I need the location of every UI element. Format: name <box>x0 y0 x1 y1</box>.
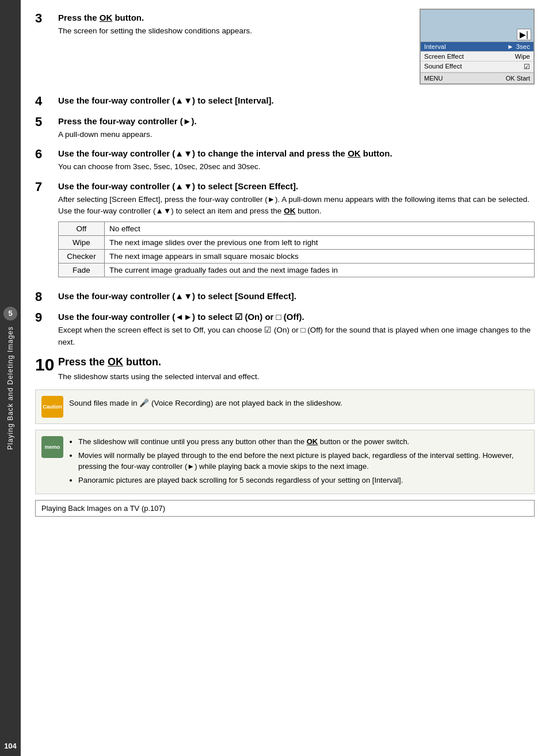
step-6-desc: You can choose from 3sec, 5sec, 10sec, 2… <box>58 161 535 173</box>
step-3-body: Press the OK button. The screen for sett… <box>58 12 535 87</box>
sidebar: 5 Playing Back and Deleting Images 104 <box>0 0 21 756</box>
step-4-body: Use the four-way controller (▲▼) to sele… <box>58 94 535 106</box>
interval-arrow: ► <box>507 43 513 50</box>
effect-name: Fade <box>59 264 105 277</box>
ok-text: OK <box>100 13 113 22</box>
ok-text-memo: OK <box>307 437 318 446</box>
camera-menu-sound-row: Sound Effect ☑ <box>421 62 533 72</box>
step-7: 7 Use the four-way controller (▲▼) to se… <box>35 180 535 284</box>
effect-desc: The current image gradually fades out an… <box>105 264 535 277</box>
step-10-number: 10 <box>35 355 58 374</box>
step-9-number: 9 <box>35 311 58 324</box>
ok-start-label: OK Start <box>506 75 530 82</box>
step-5-desc: A pull-down menu appears. <box>58 129 535 140</box>
step-8-body: Use the four-way controller (▲▼) to sele… <box>58 290 535 302</box>
menu-label: MENU <box>424 75 443 82</box>
step-6-body: Use the four-way controller (▲▼) to chan… <box>58 147 535 173</box>
step-8: 8 Use the four-way controller (▲▼) to se… <box>35 290 535 304</box>
table-row: FadeThe current image gradually fades ou… <box>59 264 535 277</box>
table-row: WipeThe next image slides over the previ… <box>59 236 535 250</box>
effect-desc: The next image slides over the previous … <box>105 236 535 250</box>
effect-name: Off <box>59 222 105 236</box>
interval-label: Interval <box>424 43 446 50</box>
step-6: 6 Use the four-way controller (▲▼) to ch… <box>35 147 535 173</box>
step-6-title: Use the four-way controller (▲▼) to chan… <box>58 147 535 159</box>
chapter-number: 5 <box>3 307 17 320</box>
screen-effect-label: Screen Effect <box>424 53 464 60</box>
step-4: 4 Use the four-way controller (▲▼) to se… <box>35 94 535 108</box>
effect-name: Wipe <box>59 236 105 250</box>
caution-box: Caution Sound files made in 🎤 (Voice Rec… <box>35 390 535 424</box>
camera-screen-top: ▶| <box>421 10 533 41</box>
table-row: OffNo effect <box>59 222 535 236</box>
ok-text-10: OK <box>108 356 123 368</box>
bottom-link-text: Playing Back Images on a TV (p.107) <box>41 504 165 513</box>
memo-list: The slideshow will continue until you pr… <box>69 436 528 486</box>
step-8-number: 8 <box>35 290 58 304</box>
chapter-label: Playing Back and Deleting Images <box>6 326 14 450</box>
step-9-desc: Except when the screen effect is set to … <box>58 324 535 348</box>
effect-desc: The next image appears in small square m… <box>105 250 535 264</box>
step-7-body: Use the four-way controller (▲▼) to sele… <box>58 180 535 284</box>
camera-bottom: MENU OK Start <box>421 72 533 83</box>
step-8-title: Use the four-way controller (▲▼) to sele… <box>58 290 535 302</box>
list-item: Panoramic pictures are played back scrol… <box>78 475 528 486</box>
step-10: 10 Press the OK button. The slideshow st… <box>35 355 535 383</box>
memo-box: memo The slideshow will continue until y… <box>35 430 535 494</box>
caution-text: Sound files made in 🎤 (Voice Recording) … <box>69 398 342 409</box>
table-row: CheckerThe next image appears in small s… <box>59 250 535 264</box>
step-9: 9 Use the four-way controller (◄►) to se… <box>35 311 535 348</box>
step-9-title: Use the four-way controller (◄►) to sele… <box>58 311 535 323</box>
step-4-number: 4 <box>35 94 58 108</box>
play-icon: ▶| <box>517 29 531 40</box>
step-10-desc: The slideshow starts using the selected … <box>58 371 535 383</box>
camera-menu-screen-row: Screen Effect Wipe <box>421 52 533 62</box>
memo-icon: memo <box>41 436 63 458</box>
ok-text-6: OK <box>348 148 361 158</box>
list-item: Movies will normally be played through t… <box>78 450 528 472</box>
step-3-title: Press the OK button. <box>58 12 411 24</box>
effect-name: Checker <box>59 250 105 264</box>
caution-icon: Caution <box>41 396 63 418</box>
list-item: The slideshow will continue until you pr… <box>78 436 528 448</box>
memo-content: The slideshow will continue until you pr… <box>69 436 528 488</box>
step-7-number: 7 <box>35 180 58 194</box>
main-content: 3 Press the OK button. The screen for se… <box>21 0 549 756</box>
step-9-body: Use the four-way controller (◄►) to sele… <box>58 311 535 348</box>
interval-value: 3sec <box>516 43 530 50</box>
step-7-desc: After selecting [Screen Effect], press t… <box>58 194 535 217</box>
step-3-number: 3 <box>35 12 58 25</box>
camera-screen: ▶| Interval ► 3sec Screen Effect Wi <box>420 9 535 85</box>
caution-icon-label: Caution <box>43 404 62 410</box>
step-10-body: Press the OK button. The slideshow start… <box>58 355 535 383</box>
step-3-desc: The screen for setting the slideshow con… <box>58 25 411 37</box>
step-3: 3 Press the OK button. The screen for se… <box>35 12 535 87</box>
effect-desc: No effect <box>105 222 535 236</box>
step-7-title: Use the four-way controller (▲▼) to sele… <box>58 180 535 192</box>
step-6-number: 6 <box>35 147 58 161</box>
effect-table: OffNo effectWipeThe next image slides ov… <box>58 222 535 277</box>
ok-text-7: OK <box>284 207 295 215</box>
page-number: 104 <box>4 742 17 750</box>
memo-icon-label: memo <box>45 444 60 450</box>
step-5: 5 Press the four-way controller (►). A p… <box>35 115 535 140</box>
sound-effect-label: Sound Effect <box>424 63 462 71</box>
step-10-title: Press the OK button. <box>58 355 535 369</box>
camera-menu: Interval ► 3sec Screen Effect Wipe Sound… <box>421 41 533 72</box>
step-4-title: Use the four-way controller (▲▼) to sele… <box>58 94 535 106</box>
bottom-link-box: Playing Back Images on a TV (p.107) <box>35 500 535 517</box>
step-5-body: Press the four-way controller (►). A pul… <box>58 115 535 140</box>
step-5-title: Press the four-way controller (►). <box>58 115 535 127</box>
camera-menu-interval-row: Interval ► 3sec <box>421 42 533 52</box>
screen-effect-value: Wipe <box>515 53 530 60</box>
sound-effect-value: ☑ <box>524 63 530 71</box>
step-5-number: 5 <box>35 115 58 129</box>
